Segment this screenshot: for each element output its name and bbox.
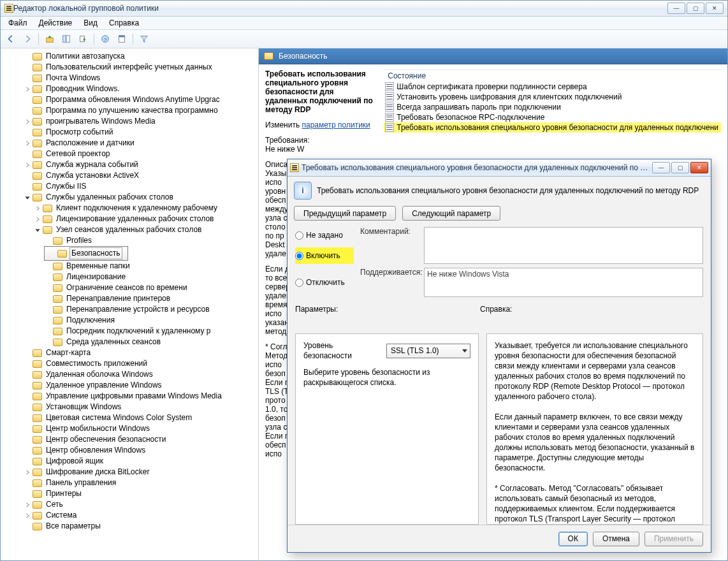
expand-twisty[interactable]: [34, 226, 41, 234]
help-button[interactable]: ?: [98, 31, 113, 47]
tree-item[interactable]: Политики автозапуска: [24, 51, 258, 62]
folder-icon: [33, 183, 42, 191]
menu-help[interactable]: Справка: [104, 17, 144, 29]
radio-not-configured[interactable]: Не задано: [295, 227, 354, 244]
collapse-twisty[interactable]: [24, 118, 31, 126]
tree-panel[interactable]: Политики автозапускаПользовательский инт…: [1, 48, 259, 561]
tree-item[interactable]: Совместимость приложений: [24, 358, 258, 369]
tree-item[interactable]: Profiles: [44, 235, 258, 246]
policy-list-item[interactable]: Всегда запрашивать пароль при подключени…: [384, 102, 721, 112]
collapse-twisty[interactable]: [24, 161, 31, 169]
tree-item[interactable]: Временные папки: [44, 261, 258, 272]
radio-disabled[interactable]: Отключить: [295, 268, 354, 297]
tree-item[interactable]: Лицензирование удаленных рабочих столов: [34, 214, 258, 224]
tree-item[interactable]: Сеть: [24, 499, 258, 510]
dialog-close-button[interactable]: ✕: [690, 162, 708, 173]
titlebar: Редактор локальной групповой политики — …: [1, 1, 727, 17]
tree-item[interactable]: Управление цифровыми правами Windows Med…: [24, 391, 258, 402]
policy-list-item[interactable]: Требовать безопасное RPC-подключение: [384, 112, 721, 122]
tree-item[interactable]: Принтеры: [24, 488, 258, 499]
folder-icon: [53, 306, 62, 314]
security-level-dropdown[interactable]: SSL (TLS 1.0): [386, 344, 470, 358]
change-link[interactable]: параметр политики: [302, 120, 370, 129]
folder-icon: [33, 382, 42, 390]
menu-view[interactable]: Вид: [78, 17, 103, 29]
tree-item[interactable]: Служба журнала событий: [24, 159, 258, 170]
maximize-button[interactable]: ▢: [687, 3, 704, 14]
next-setting-button[interactable]: Следующий параметр: [402, 206, 500, 221]
tree-item[interactable]: Пользовательский интерфейс учетных данны…: [24, 62, 258, 73]
tree-item[interactable]: Служба установки ActiveX: [24, 170, 258, 181]
tree-item[interactable]: Службы IIS: [24, 181, 258, 192]
tree-item[interactable]: Смарт-карта: [24, 347, 258, 358]
tree-item[interactable]: Среда удаленных сеансов: [44, 337, 258, 347]
policy-item-icon: [385, 92, 394, 101]
tree-item[interactable]: Удаленная оболочка Windows: [24, 369, 258, 380]
collapse-twisty[interactable]: [24, 512, 31, 520]
collapse-twisty[interactable]: [24, 140, 31, 147]
tree-item[interactable]: Центр обеспечения безопасности: [24, 434, 258, 445]
tree-item[interactable]: Программа обновления Windows Anytime Upg…: [24, 94, 258, 105]
menu-file[interactable]: Файл: [3, 17, 33, 29]
tree-item[interactable]: Лицензирование: [44, 272, 258, 282]
tree-item[interactable]: Службы удаленных рабочих столов: [24, 192, 258, 203]
policy-list-item[interactable]: Установить уровень шифрования для клиент…: [384, 92, 721, 102]
tree-item[interactable]: Установщик Windows: [24, 402, 258, 412]
menu-action[interactable]: Действие: [34, 17, 78, 29]
comment-textarea[interactable]: [424, 227, 703, 264]
show-tree-button[interactable]: [59, 31, 74, 47]
ok-button[interactable]: ОК: [558, 532, 588, 546]
properties-button[interactable]: [114, 31, 129, 47]
tree-item[interactable]: Центр мобильности Windows: [24, 423, 258, 434]
tree-item[interactable]: Клиент подключения к удаленному рабочему: [34, 203, 258, 214]
expand-twisty[interactable]: [24, 194, 31, 201]
dialog-minimize-button[interactable]: —: [652, 162, 670, 173]
tree-item[interactable]: Перенаправление принтеров: [44, 293, 258, 304]
tree-item[interactable]: проигрыватель Windows Media: [24, 116, 258, 127]
tree-item[interactable]: Ограничение сеансов по времени: [44, 282, 258, 293]
folder-icon: [33, 150, 42, 158]
up-folder-button[interactable]: [42, 31, 57, 47]
dialog-maximize-button[interactable]: ▢: [671, 162, 689, 173]
tree-item[interactable]: Подключения: [44, 315, 258, 326]
collapse-twisty[interactable]: [24, 501, 31, 509]
tree-item[interactable]: Система: [24, 510, 258, 521]
apply-button[interactable]: Применить: [644, 532, 703, 546]
policy-list-item[interactable]: Шаблон сертификата проверки подлинности …: [384, 82, 721, 92]
tree-item[interactable]: Панель управления: [24, 477, 258, 488]
forward-button[interactable]: [20, 31, 35, 47]
cancel-button[interactable]: Отмена: [593, 532, 639, 546]
radio-enabled[interactable]: Включить: [295, 247, 354, 264]
folder-icon: [33, 107, 42, 115]
filter-button[interactable]: [136, 31, 152, 47]
tree-item[interactable]: Перенаправление устройств и ресурсов: [44, 304, 258, 315]
tree-item[interactable]: Шифрование диска BitLocker: [24, 467, 258, 477]
tree-item[interactable]: Программа по улучшению качества программ…: [24, 105, 258, 116]
tree-item[interactable]: Просмотр событий: [24, 127, 258, 138]
supported-label: Поддерживается:: [360, 268, 418, 277]
prev-setting-button[interactable]: Предыдущий параметр: [294, 206, 396, 221]
back-button[interactable]: [3, 31, 18, 47]
tree-item[interactable]: Почта Windows: [24, 73, 258, 84]
collapse-twisty[interactable]: [34, 215, 41, 223]
tree-item[interactable]: Узел сеансов удаленных рабочих столов: [34, 224, 258, 235]
collapse-twisty[interactable]: [24, 85, 31, 93]
collapse-twisty[interactable]: [24, 469, 31, 476]
policy-list-item[interactable]: Требовать использования специального уро…: [384, 122, 721, 133]
tree-item[interactable]: Удаленное управление Windows: [24, 380, 258, 391]
export-button[interactable]: [75, 31, 91, 47]
collapse-twisty[interactable]: [34, 205, 41, 212]
tree-item[interactable]: Сетевой проектор: [24, 149, 258, 159]
minimize-button[interactable]: —: [667, 3, 685, 14]
folder-icon: [33, 64, 42, 71]
tree-item[interactable]: Проводник Windows.: [24, 84, 258, 94]
tree-item[interactable]: Цифровой ящик: [24, 456, 258, 467]
close-button[interactable]: ✕: [706, 3, 724, 14]
tree-item[interactable]: Все параметры: [24, 521, 258, 532]
tree-item[interactable]: Центр обновления Windows: [24, 445, 258, 456]
tree-item[interactable]: Расположение и датчики: [24, 138, 258, 149]
folder-icon: [53, 284, 62, 292]
tree-item[interactable]: Посредник подключений к удаленному р: [44, 326, 258, 337]
tree-item[interactable]: Безопасность: [48, 247, 125, 259]
tree-item[interactable]: Цветовая система Windows Color System: [24, 412, 258, 423]
